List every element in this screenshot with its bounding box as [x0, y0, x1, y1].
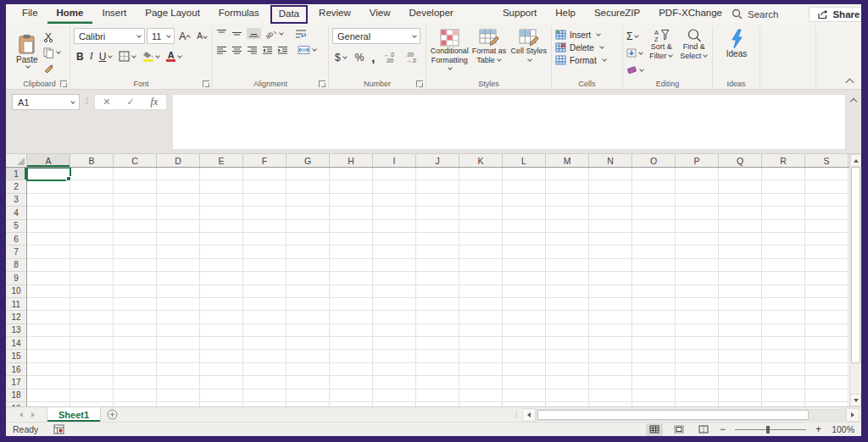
cell-G15[interactable]: [287, 350, 330, 362]
cell-K10[interactable]: [459, 285, 503, 298]
cell-G6[interactable]: [287, 233, 330, 246]
cell-Q4[interactable]: [719, 207, 762, 219]
cell-B8[interactable]: [70, 259, 114, 272]
cell-P11[interactable]: [676, 298, 719, 311]
cell-P8[interactable]: [676, 259, 719, 272]
cell-G2[interactable]: [287, 180, 330, 193]
cell-S17[interactable]: [805, 376, 849, 389]
cell-M12[interactable]: [546, 311, 589, 323]
cell-C5[interactable]: [114, 220, 157, 233]
menu-tab-data[interactable]: Data: [270, 5, 308, 24]
next-sheet-button[interactable]: [31, 412, 35, 417]
cell-D14[interactable]: [157, 337, 200, 350]
cell-Q13[interactable]: [719, 324, 762, 337]
cell-I5[interactable]: [373, 220, 416, 233]
macro-record-button[interactable]: [53, 424, 64, 434]
cell-A8[interactable]: [27, 259, 70, 272]
column-header-E[interactable]: E: [200, 154, 243, 167]
sort-filter-button[interactable]: AZ Sort & Filter: [646, 28, 677, 77]
ideas-button[interactable]: Ideas: [723, 28, 750, 59]
cell-L14[interactable]: [503, 337, 546, 350]
row-header-17[interactable]: 17: [6, 376, 27, 389]
cell-J13[interactable]: [416, 324, 459, 337]
cell-Q5[interactable]: [719, 220, 762, 233]
cell-E16[interactable]: [200, 363, 243, 376]
cell-E1[interactable]: [200, 168, 243, 180]
cell-F3[interactable]: [243, 194, 287, 207]
cell-S13[interactable]: [805, 324, 849, 337]
cell-C13[interactable]: [114, 324, 157, 337]
cell-K5[interactable]: [459, 220, 503, 233]
cell-B7[interactable]: [70, 246, 114, 258]
cell-N12[interactable]: [589, 311, 632, 323]
cell-A4[interactable]: [27, 207, 70, 219]
cell-B11[interactable]: [70, 298, 114, 311]
cell-R11[interactable]: [762, 298, 805, 311]
cell-O10[interactable]: [632, 285, 676, 298]
cell-J14[interactable]: [416, 337, 459, 350]
page-layout-view-button[interactable]: [670, 423, 687, 436]
cell-C2[interactable]: [114, 180, 157, 193]
menu-tab-help[interactable]: Help: [546, 4, 585, 24]
cell-S8[interactable]: [805, 259, 849, 272]
cell-H5[interactable]: [330, 220, 373, 233]
cell-H13[interactable]: [330, 324, 373, 337]
cell-F4[interactable]: [243, 207, 287, 219]
merge-center-button[interactable]: [298, 45, 317, 55]
cell-F14[interactable]: [243, 337, 287, 350]
scroll-down-button[interactable]: [850, 394, 861, 406]
cell-H2[interactable]: [330, 180, 373, 193]
cell-O14[interactable]: [632, 337, 676, 350]
cell-H9[interactable]: [330, 272, 373, 285]
cell-I18[interactable]: [373, 390, 416, 402]
row-header-18[interactable]: 18: [6, 390, 27, 402]
clipboard-dialog-launcher[interactable]: [60, 80, 67, 87]
cell-F1[interactable]: [243, 168, 287, 180]
cell-E10[interactable]: [200, 285, 243, 298]
cell-M17[interactable]: [546, 376, 589, 389]
cell-R10[interactable]: [762, 285, 805, 298]
cell-S9[interactable]: [805, 272, 849, 285]
cell-P16[interactable]: [676, 363, 719, 376]
cell-G8[interactable]: [287, 259, 330, 272]
column-header-L[interactable]: L: [503, 154, 546, 167]
cell-P18[interactable]: [676, 390, 719, 402]
cell-J7[interactable]: [416, 246, 459, 258]
align-right-button[interactable]: [247, 46, 258, 55]
cell-N6[interactable]: [589, 233, 632, 246]
cell-E11[interactable]: [200, 298, 243, 311]
cell-N16[interactable]: [589, 363, 632, 376]
cell-J11[interactable]: [416, 298, 459, 311]
cell-F13[interactable]: [243, 324, 287, 337]
cell-D13[interactable]: [157, 324, 200, 337]
font-size-combo[interactable]: 11: [147, 28, 175, 44]
cell-F8[interactable]: [243, 259, 287, 272]
cell-L7[interactable]: [503, 246, 546, 258]
cell-C18[interactable]: [114, 390, 157, 402]
cell-F5[interactable]: [243, 220, 287, 233]
search-control[interactable]: Search: [732, 8, 778, 19]
cell-D15[interactable]: [157, 350, 200, 362]
row-header-13[interactable]: 13: [6, 324, 27, 337]
cell-L2[interactable]: [503, 180, 546, 193]
font-dialog-launcher[interactable]: [203, 80, 209, 87]
cell-A18[interactable]: [27, 390, 70, 402]
cell-A14[interactable]: [27, 337, 70, 350]
cell-B1[interactable]: [70, 168, 114, 180]
cell-L3[interactable]: [503, 194, 546, 207]
cell-I10[interactable]: [373, 285, 416, 298]
cell-J17[interactable]: [416, 376, 459, 389]
cell-K18[interactable]: [459, 390, 503, 402]
column-header-R[interactable]: R: [762, 154, 805, 167]
font-name-combo[interactable]: Calibri: [74, 28, 145, 44]
cell-K3[interactable]: [459, 194, 503, 207]
enter-icon[interactable]: ✓: [126, 97, 134, 108]
cell-F10[interactable]: [243, 285, 287, 298]
font-color-button[interactable]: A: [164, 48, 185, 64]
underline-button[interactable]: U: [97, 48, 116, 64]
cell-M7[interactable]: [546, 246, 589, 258]
cell-E13[interactable]: [200, 324, 243, 337]
cell-L12[interactable]: [503, 311, 546, 323]
cell-J12[interactable]: [416, 311, 459, 323]
cell-H15[interactable]: [330, 350, 373, 362]
